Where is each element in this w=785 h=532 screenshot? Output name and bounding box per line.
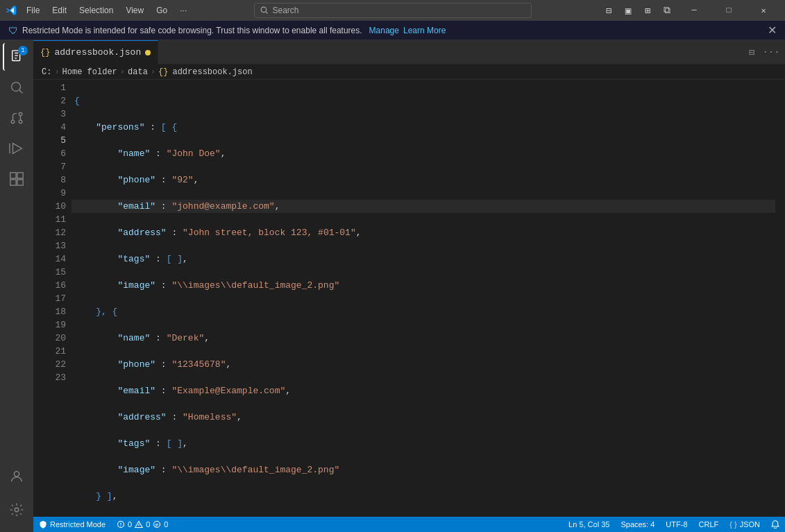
menu-edit[interactable]: Edit [47, 3, 72, 18]
breadcrumb-json-icon: {} [158, 67, 168, 77]
tab-filename: addressbook.json [54, 47, 141, 58]
banner-close-button[interactable]: ✕ [768, 24, 777, 37]
editor-scrollbar[interactable] [775, 80, 785, 517]
svg-line-4 [19, 90, 23, 94]
run-icon [9, 141, 24, 156]
bell-icon [771, 520, 779, 529]
activity-search[interactable] [3, 74, 31, 101]
account-icon [9, 469, 24, 484]
warnings-count: 0 [146, 520, 150, 529]
search-box[interactable]: Search [254, 3, 532, 18]
customize-layout-icon[interactable]: ⧉ [659, 2, 675, 19]
shield-status-icon [39, 520, 47, 529]
status-bar: Restricted Mode 0 0 [33, 517, 785, 532]
minimize-button[interactable]: — [678, 0, 710, 21]
restricted-mode-label: Restricted Mode [50, 520, 105, 529]
svg-point-6 [19, 112, 22, 116]
svg-point-18 [121, 526, 121, 526]
code-line-10: "name" : "Derek", [71, 332, 775, 345]
code-line-9: }, { [71, 305, 775, 318]
vscode-logo [6, 5, 17, 16]
layout-panel-icon[interactable]: ⊞ [639, 2, 656, 19]
spaces-status[interactable]: Spaces: 4 [615, 517, 660, 532]
status-right: Ln 5, Col 35 Spaces: 4 UTF-8 CRLF { } JS… [563, 517, 785, 532]
main-layout: 1 [0, 40, 785, 532]
error-icon [117, 520, 125, 529]
breadcrumb-home[interactable]: Home folder [62, 67, 117, 77]
code-line-5: "email" : "johnd@example.com", [71, 200, 775, 213]
code-line-12: "email" : "Example@Example.com", [71, 384, 775, 397]
svg-line-1 [265, 12, 267, 14]
menu-more[interactable]: ··· [174, 3, 192, 18]
search-icon [9, 80, 24, 95]
code-line-4: "phone" : "92", [71, 173, 775, 187]
layout-split-icon[interactable]: ▣ [620, 2, 636, 19]
line-ending-label: CRLF [699, 520, 719, 529]
more-actions-button[interactable]: ··· [763, 44, 779, 60]
source-control-icon [9, 110, 24, 126]
maximize-button[interactable]: □ [713, 0, 745, 21]
activity-account[interactable] [3, 463, 31, 490]
activity-bar: 1 [0, 40, 33, 532]
menu-go[interactable]: Go [151, 3, 173, 18]
menu-file[interactable]: File [21, 3, 45, 18]
tab-bar-actions: ⊟ ··· [743, 44, 785, 60]
breadcrumb-data[interactable]: data [128, 67, 148, 77]
notifications-status[interactable] [766, 517, 785, 532]
breadcrumb-c[interactable]: C: [42, 67, 51, 77]
learn-more-link[interactable]: Learn More [403, 26, 446, 35]
cursor-position: Ln 5, Col 35 [568, 520, 609, 529]
code-line-16: } ], [71, 490, 775, 503]
activity-run-debug[interactable] [3, 135, 31, 162]
manage-link[interactable]: Manage [369, 26, 399, 35]
shield-icon: 🛡 [8, 25, 18, 36]
code-line-1: { [71, 94, 775, 108]
tab-modified-dot [145, 50, 151, 55]
encoding-status[interactable]: UTF-8 [660, 517, 693, 532]
code-line-13: "address" : "Homeless", [71, 411, 775, 424]
activity-explorer[interactable]: 1 [3, 43, 31, 71]
position-status[interactable]: Ln 5, Col 35 [563, 517, 615, 532]
svg-marker-8 [13, 144, 22, 154]
activity-source-control[interactable] [3, 104, 31, 132]
message-icon [153, 520, 161, 529]
menu-view[interactable]: View [120, 3, 149, 18]
language-status[interactable]: { } JSON [724, 517, 766, 532]
code-line-7: "tags" : [ ], [71, 252, 775, 266]
svg-rect-11 [17, 173, 23, 178]
explorer-badge: 1 [18, 46, 28, 55]
language-braces: { } [729, 520, 736, 529]
svg-rect-10 [10, 173, 16, 178]
restricted-banner-message: Restricted Mode is intended for safe cod… [22, 26, 362, 35]
active-tab[interactable]: {} addressbook.json [33, 40, 158, 65]
breadcrumb-file[interactable]: addressbook.json [172, 67, 252, 77]
svg-rect-13 [17, 180, 23, 185]
restricted-mode-status[interactable]: Restricted Mode [33, 517, 111, 532]
messages-count: 0 [164, 520, 168, 529]
editor-content[interactable]: 1 2 3 4 5 6 7 8 9 10 11 12 13 14 15 16 1… [33, 80, 785, 517]
svg-point-0 [261, 7, 267, 12]
line-numbers: 1 2 3 4 5 6 7 8 9 10 11 12 13 14 15 16 1… [33, 80, 71, 517]
svg-rect-12 [10, 180, 16, 185]
extensions-icon [9, 171, 24, 187]
code-line-11: "phone" : "12345678", [71, 358, 775, 371]
activity-extensions[interactable] [3, 165, 31, 193]
svg-point-7 [19, 120, 22, 123]
spaces-label: Spaces: 4 [621, 520, 655, 529]
split-editor-button[interactable]: ⊟ [743, 44, 760, 60]
menu-bar: File Edit Selection View Go ··· [21, 3, 192, 18]
layout-icon[interactable]: ⊟ [600, 2, 617, 19]
line-ending-status[interactable]: CRLF [693, 517, 725, 532]
activity-bar-bottom [3, 463, 31, 532]
settings-icon [9, 502, 24, 517]
activity-settings[interactable] [3, 496, 31, 524]
svg-point-5 [11, 120, 15, 123]
language-label: JSON [740, 520, 760, 529]
status-left: Restricted Mode 0 0 [33, 517, 174, 532]
svg-point-15 [15, 508, 19, 512]
menu-selection[interactable]: Selection [74, 3, 119, 18]
errors-status[interactable]: 0 0 0 [111, 517, 174, 532]
close-button[interactable]: ✕ [748, 0, 779, 21]
code-editor[interactable]: { "persons" : [ { "name" : "John Doe", "… [71, 80, 775, 517]
code-line-3: "name" : "John Doe", [71, 147, 775, 160]
